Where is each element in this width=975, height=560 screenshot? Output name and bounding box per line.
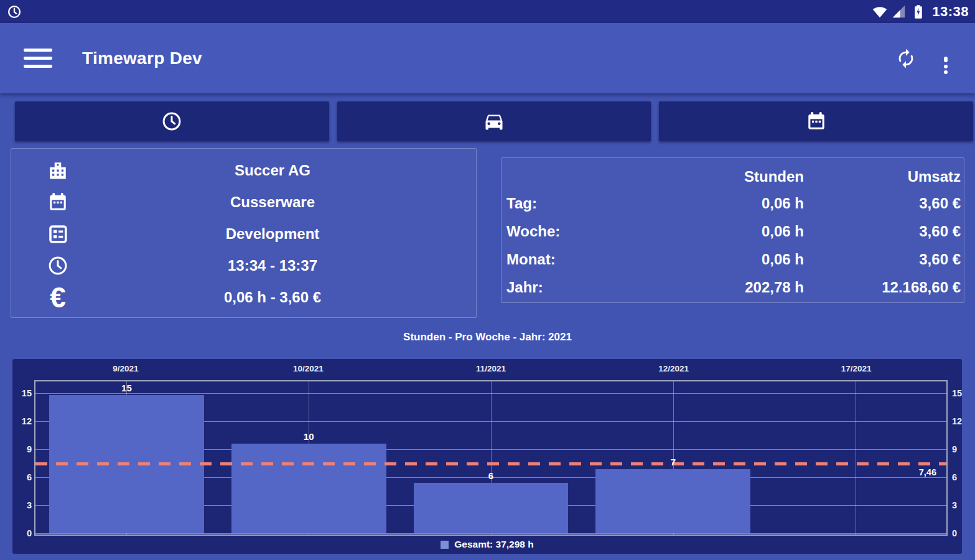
duration-and-revenue: 0,06 h - 3,60 € bbox=[69, 289, 476, 306]
sync-icon bbox=[895, 48, 917, 69]
current-entry-card[interactable]: Succer AG Cusserware bbox=[11, 148, 477, 318]
entry-row-customer: Succer AG bbox=[11, 154, 476, 186]
average-line bbox=[35, 462, 946, 465]
entry-row-project: Cusserware bbox=[11, 186, 476, 218]
wifi-icon bbox=[872, 4, 888, 20]
chart-plot-area[interactable]: 00336699121215151510677,46 bbox=[34, 380, 948, 536]
tag-umsatz-value: 3,60 € bbox=[804, 189, 961, 217]
overflow-menu-icon bbox=[944, 57, 948, 60]
row-label-monat: Monat: bbox=[506, 245, 640, 273]
chart-bar[interactable] bbox=[414, 483, 569, 533]
chart-bar[interactable] bbox=[231, 444, 386, 533]
cellular-signal-icon bbox=[891, 4, 907, 20]
row-label-woche: Woche: bbox=[506, 217, 640, 245]
monat-umsatz-value: 3,60 € bbox=[804, 245, 961, 273]
column-header-umsatz: Umsatz bbox=[804, 164, 961, 189]
car-icon bbox=[483, 110, 505, 133]
entry-row-amount: € 0,06 h - 3,60 € bbox=[11, 281, 476, 313]
y-axis-tick-left: 0 bbox=[14, 528, 32, 538]
bar-value-label: 10 bbox=[304, 431, 314, 442]
activity-name: Development bbox=[69, 225, 476, 243]
average-value-label: 7,46 bbox=[919, 467, 936, 477]
x-axis-label: 10/2021 bbox=[293, 364, 324, 373]
chart-bar[interactable] bbox=[595, 469, 750, 534]
column-header-stunden: Stunden bbox=[640, 164, 804, 189]
app-bar: Timewarp Dev bbox=[0, 23, 975, 93]
tab-bar bbox=[0, 101, 975, 141]
building-icon bbox=[47, 159, 69, 182]
summary-card: Stunden Umsatz Tag: 0,06 h 3,60 € Woche:… bbox=[501, 157, 964, 303]
overflow-menu-button[interactable] bbox=[934, 47, 958, 70]
y-axis-tick-left: 6 bbox=[14, 472, 32, 482]
x-axis-label: 11/2021 bbox=[476, 364, 506, 373]
euro-icon: € bbox=[47, 286, 69, 309]
jahr-umsatz-value: 12.168,60 € bbox=[804, 273, 961, 301]
calendar-icon bbox=[805, 110, 828, 133]
y-axis-tick-right: 6 bbox=[952, 472, 957, 482]
ballot-icon bbox=[47, 223, 69, 245]
tag-stunden-value: 0,06 h bbox=[640, 189, 804, 217]
jahr-stunden-value: 202,78 h bbox=[640, 273, 804, 301]
app-screen: 13:38 Timewarp Dev bbox=[0, 0, 975, 560]
x-gridline bbox=[856, 381, 856, 534]
y-axis-tick-right: 3 bbox=[952, 500, 957, 510]
legend-label: Gesamt: 37,298 h bbox=[454, 539, 534, 550]
y-axis-tick-right: 15 bbox=[952, 388, 962, 398]
y-axis-tick-left: 15 bbox=[14, 388, 32, 398]
y-axis-tick-right: 9 bbox=[952, 444, 957, 454]
tab-calendar[interactable] bbox=[659, 101, 973, 141]
sync-button[interactable] bbox=[894, 47, 918, 70]
page-title: Timewarp Dev bbox=[82, 49, 202, 68]
y-axis-tick-left: 12 bbox=[14, 416, 32, 426]
woche-umsatz-value: 3,60 € bbox=[804, 217, 961, 245]
y-axis-tick-right: 0 bbox=[952, 528, 957, 538]
summary-corner-cell bbox=[506, 164, 640, 189]
chart-x-axis-labels: 9/202110/202111/202112/202117/2021 bbox=[34, 364, 948, 378]
row-label-jahr: Jahr: bbox=[506, 273, 640, 301]
woche-stunden-value: 0,06 h bbox=[640, 217, 804, 245]
x-axis-label: 17/2021 bbox=[841, 364, 872, 373]
chart-card: 9/202110/202111/202112/202117/2021 00336… bbox=[12, 359, 962, 554]
y-axis-tick-left: 9 bbox=[14, 444, 32, 454]
time-range: 13:34 - 13:37 bbox=[69, 257, 476, 274]
y-axis-tick-right: 12 bbox=[952, 416, 962, 426]
x-axis-label: 9/2021 bbox=[113, 364, 138, 373]
bar-value-label: 6 bbox=[488, 470, 493, 481]
project-name: Cusserware bbox=[69, 194, 476, 211]
entry-row-activity: Development bbox=[11, 218, 476, 250]
chart-title: Stunden - Pro Woche - Jahr: 2021 bbox=[0, 331, 975, 343]
tab-time-tracking[interactable] bbox=[15, 101, 329, 141]
x-axis-label: 12/2021 bbox=[658, 364, 689, 373]
clock-icon bbox=[161, 110, 183, 133]
chart-legend: Gesamt: 37,298 h bbox=[12, 539, 962, 550]
entry-row-timespan: 13:34 - 13:37 bbox=[11, 250, 476, 281]
tab-trips[interactable] bbox=[337, 101, 651, 141]
bar-value-label: 7 bbox=[671, 457, 676, 467]
monat-stunden-value: 0,06 h bbox=[640, 245, 804, 273]
legend-swatch bbox=[441, 541, 449, 549]
status-time: 13:38 bbox=[932, 4, 969, 20]
row-label-tag: Tag: bbox=[506, 189, 640, 217]
bar-value-label: 15 bbox=[121, 383, 132, 393]
status-bar: 13:38 bbox=[0, 0, 975, 23]
notification-clock-icon bbox=[6, 4, 22, 20]
battery-charging-icon bbox=[910, 4, 926, 20]
summary-table: Stunden Umsatz Tag: 0,06 h 3,60 € Woche:… bbox=[506, 164, 959, 301]
clock-icon bbox=[47, 254, 69, 277]
calendar-icon bbox=[47, 191, 69, 213]
customer-name: Succer AG bbox=[69, 162, 476, 179]
y-axis-tick-left: 3 bbox=[14, 500, 32, 510]
menu-button[interactable] bbox=[24, 44, 52, 73]
